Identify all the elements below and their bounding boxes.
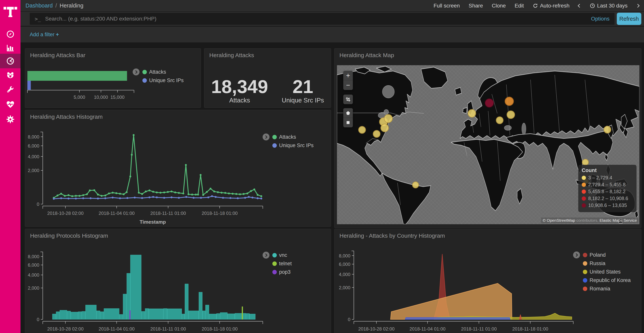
sidebar-item-management[interactable]	[0, 112, 20, 127]
legend-item[interactable]: telnet	[272, 261, 292, 267]
panel-protocols-histogram: Heralding Protocols Histogram 02,0004,00…	[25, 229, 331, 333]
options-link[interactable]: Options	[591, 16, 610, 22]
sidebar-item-visualize[interactable]	[0, 41, 20, 55]
add-filter-button[interactable]: Add a filter +	[30, 32, 59, 38]
zoom-out-button[interactable]: −	[343, 80, 353, 90]
svg-text:0: 0	[348, 317, 350, 322]
legend-item[interactable]: Republic of Korea	[583, 277, 631, 283]
search-input[interactable]	[45, 16, 587, 22]
map-attack-marker[interactable]	[373, 130, 380, 138]
legend-dot	[583, 278, 587, 282]
svg-text:6,000: 6,000	[28, 143, 39, 148]
map-attribution: © OpenStreetMap contributors, Elastic Ma…	[541, 217, 638, 223]
legend-dot	[272, 253, 277, 257]
sidebar-item-discover[interactable]	[0, 27, 20, 42]
legend-item[interactable]: Russia	[583, 260, 631, 266]
pentagon-icon	[346, 111, 350, 116]
legend-item[interactable]: Unique Src IPs	[142, 78, 184, 84]
edit-button[interactable]: Edit	[514, 3, 524, 9]
legend-dot	[582, 183, 586, 187]
map-attack-marker[interactable]	[468, 109, 476, 118]
legend-item[interactable]: pop3	[272, 269, 292, 275]
refresh-icon	[533, 3, 538, 9]
legend-item[interactable]: Attacks	[142, 69, 184, 75]
map-attack-marker[interactable]	[506, 111, 515, 119]
fit-bounds-button[interactable]	[343, 95, 353, 104]
full-screen-button[interactable]: Full screen	[434, 3, 460, 9]
map-attack-marker[interactable]	[384, 114, 393, 123]
wrench-icon	[6, 85, 15, 94]
bear-icon	[6, 71, 15, 80]
legend-toggle-icon[interactable]	[262, 252, 270, 259]
legend-item[interactable]: Poland	[583, 252, 631, 258]
sidebar-item-dashboard[interactable]	[0, 54, 20, 68]
kibana-dashboard: Dashboard / Heralding Full screen Share …	[0, 0, 644, 333]
osm-link[interactable]: OpenStreetMap	[547, 218, 575, 222]
clock-icon	[590, 3, 595, 9]
map-attack-marker[interactable]	[604, 126, 611, 134]
legend-toggle-icon[interactable]	[573, 251, 580, 258]
svg-text:2018-11-18 01:00: 2018-11-18 01:00	[512, 326, 548, 331]
share-button[interactable]: Share	[469, 3, 483, 9]
sidebar-item-monitoring[interactable]	[0, 97, 20, 112]
refresh-button[interactable]: Refresh	[617, 13, 641, 25]
svg-text:6,000: 6,000	[339, 262, 350, 267]
svg-text:8,000: 8,000	[339, 253, 350, 258]
legend-toggle-icon[interactable]	[262, 134, 270, 140]
svg-text:2018-10-28 02:00: 2018-10-28 02:00	[47, 326, 84, 331]
map-attack-marker[interactable]	[380, 124, 389, 132]
svg-text:2018-11-11 01:00: 2018-11-11 01:00	[150, 211, 186, 216]
legend-title: Count	[582, 167, 633, 173]
clone-button[interactable]: Clone	[492, 3, 506, 9]
legend-item[interactable]: United States	[583, 269, 631, 275]
map-attack-marker[interactable]	[496, 116, 504, 124]
chevron-left-icon	[578, 4, 582, 8]
compass-icon	[6, 30, 15, 39]
sidebar-item-devtools[interactable]	[0, 83, 20, 97]
t-logo[interactable]	[3, 4, 18, 21]
svg-text:2,000: 2,000	[28, 285, 39, 291]
world-map[interactable]: + −	[337, 65, 640, 224]
sidebar-item-tpot[interactable]	[0, 68, 20, 83]
chevron-right-icon	[636, 4, 640, 8]
search-box[interactable]: >_ Options	[30, 13, 614, 25]
draw-rectangle-button[interactable]	[343, 118, 353, 127]
nav-actions: Full screen Share Clone Edit Auto-refres…	[434, 3, 639, 9]
legend-dot	[583, 270, 587, 274]
svg-text:6,000: 6,000	[28, 262, 39, 268]
legend-dot	[583, 261, 587, 266]
legend-dot	[583, 286, 587, 291]
map-count-legend: Count 3 – 2,729.4 2,729.4 – 5,455.8 5,45…	[578, 165, 636, 212]
legend-item[interactable]: Attacks	[272, 134, 314, 140]
legend-dot	[582, 176, 586, 180]
legend-toggle-icon[interactable]	[133, 69, 140, 75]
main: Dashboard / Heralding Full screen Share …	[20, 0, 644, 333]
panel-attack-map: Heralding Attack Map	[334, 48, 641, 228]
legend-dot	[582, 196, 586, 201]
ems-link[interactable]: Elastic Maps Service	[600, 218, 637, 222]
breadcrumb-dashboard-link[interactable]: Dashboard	[26, 3, 53, 9]
panel-attacks-bar: Heralding Attacks Bar 5,00010,00015,000 …	[25, 48, 201, 108]
svg-text:4,000: 4,000	[339, 272, 350, 277]
legend-item[interactable]: Unique Src IPs	[272, 143, 314, 148]
auto-refresh-button[interactable]: Auto-refresh	[533, 3, 570, 9]
plus-icon: +	[56, 32, 59, 38]
breadcrumb-current: Heralding	[60, 3, 84, 9]
zoom-in-button[interactable]: +	[343, 71, 353, 80]
legend-dot	[583, 253, 587, 257]
metric-value: 18,349	[211, 77, 268, 96]
protocols-histogram-chart[interactable]: 02,0004,0006,0008,0002018-10-28 02:00201…	[25, 229, 330, 333]
attacks-histogram-chart[interactable]: 02,0004,0006,0008,0002018-10-28 02:00201…	[25, 110, 330, 226]
metric-label: Unique Src IPs	[282, 97, 324, 104]
svg-text:10,000: 10,000	[94, 95, 108, 100]
legend-item[interactable]: Romania	[583, 286, 631, 292]
breadcrumb: Dashboard / Heralding	[26, 3, 84, 9]
svg-text:0: 0	[37, 202, 39, 207]
time-back-button[interactable]	[578, 5, 581, 7]
panel-title: Heralding Attacks Histogram	[30, 114, 103, 120]
time-range-picker[interactable]: Last 30 days	[590, 3, 628, 9]
draw-polygon-button[interactable]	[343, 108, 353, 118]
legend-item[interactable]: vnc	[272, 252, 292, 258]
svg-text:5,000: 5,000	[74, 95, 85, 100]
time-forward-button[interactable]	[636, 5, 639, 7]
